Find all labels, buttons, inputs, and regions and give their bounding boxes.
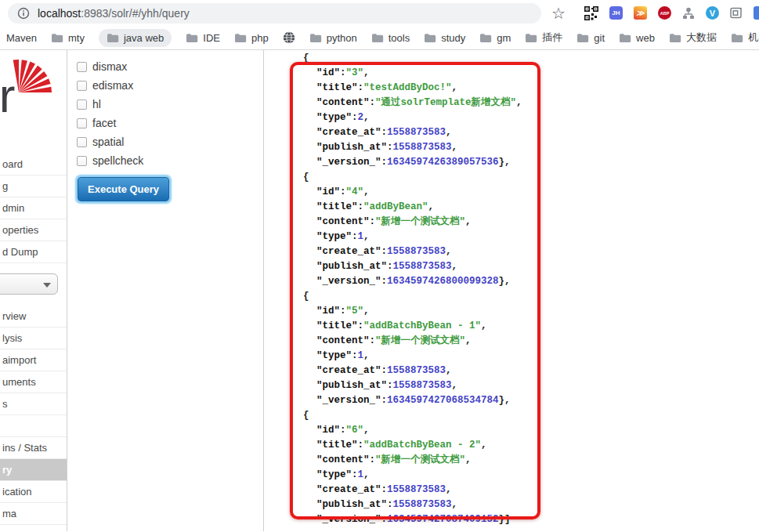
- bookmark-git[interactable]: git: [576, 32, 605, 44]
- folder-icon: [107, 33, 119, 43]
- sidebar-item-documents[interactable]: uments: [0, 371, 67, 393]
- jh-extension-icon[interactable]: JH: [609, 6, 623, 20]
- browser-toolbar: localhost:8983/solr/#/yhh/query ☆ JH≫ABP…: [0, 0, 759, 26]
- sitemap-extension-icon[interactable]: [682, 7, 695, 20]
- sidebar-item-logging[interactable]: g: [0, 176, 67, 197]
- checkbox-row-hl: hl: [77, 95, 263, 114]
- solr-sidebar: lr oardgdminopertiesd Dump rviewlysisaim…: [0, 50, 67, 531]
- sidebar-item-query[interactable]: ry: [0, 459, 67, 481]
- checkbox-row-edismax: edismax: [77, 76, 263, 95]
- checkbox-row-spellcheck: spellcheck: [77, 151, 263, 170]
- checkbox-spellcheck[interactable]: [77, 156, 87, 166]
- bookmark-mty[interactable]: mty: [51, 32, 85, 44]
- bookmark-机器学习[interactable]: 机器学习: [731, 31, 759, 45]
- checkbox-row-spatial: spatial: [77, 132, 263, 151]
- query-options-panel: dismaxedismaxhlfacetspatialspellcheck Ex…: [67, 50, 264, 531]
- v-extension-icon[interactable]: V: [706, 6, 719, 20]
- json-response: {"id":"3","title":"testAddByDoc!","conte…: [303, 51, 522, 527]
- address-bar[interactable]: localhost:8983/solr/#/yhh/query: [8, 3, 541, 24]
- folder-icon: [51, 33, 63, 43]
- extensions-row: JH≫ABPV: [578, 6, 759, 20]
- folder-icon: [186, 33, 198, 43]
- folder-icon: [479, 33, 492, 43]
- checkbox-hl[interactable]: [77, 100, 87, 110]
- bookmark-python[interactable]: python: [309, 32, 357, 44]
- orange-flame-extension-icon[interactable]: ≫: [634, 6, 647, 20]
- solr-logo[interactable]: lr: [0, 50, 67, 138]
- sidebar-item-dashboard[interactable]: oard: [0, 154, 67, 176]
- folder-icon: [731, 33, 743, 43]
- bookmark-study[interactable]: study: [424, 32, 465, 44]
- browser-window: localhost:8983/solr/#/yhh/query ☆ JH≫ABP…: [0, 0, 759, 532]
- bookmark-maven[interactable]: Maven: [6, 32, 37, 44]
- folder-icon: [424, 33, 436, 43]
- sidebar-core-menu: rviewlysisaimportumentssins / Statsryica…: [0, 306, 67, 525]
- sidebar-admin-menu: oardgdminopertiesd Dump: [0, 154, 67, 263]
- bookmark-php[interactable]: php: [234, 32, 269, 44]
- bookmark-大数据[interactable]: 大数据: [669, 31, 717, 45]
- sidebar-item-dataimport[interactable]: aimport: [0, 349, 67, 371]
- folder-icon: [669, 33, 681, 43]
- sidebar-item-thread-dump[interactable]: d Dump: [0, 241, 67, 263]
- checkbox-facet[interactable]: [77, 118, 87, 128]
- sidebar-item-schema[interactable]: ma: [0, 503, 67, 525]
- solr-wordmark: lr: [0, 67, 13, 123]
- folder-icon: [525, 33, 537, 43]
- sidebar-item-ping[interactable]: [0, 415, 67, 437]
- bookmark-tools[interactable]: tools: [371, 32, 410, 44]
- sidebar-item-java-properties[interactable]: operties: [0, 219, 67, 241]
- checkbox-row-facet: facet: [77, 114, 263, 132]
- bookmark-java-web[interactable]: java web: [99, 29, 172, 47]
- sidebar-item-replication[interactable]: ication: [0, 481, 67, 503]
- query-checkbox-list: dismaxedismaxhlfacetspatialspellcheck: [77, 57, 263, 170]
- url-text: localhost:8983/solr/#/yhh/query: [38, 7, 190, 20]
- sidebar-item-overview[interactable]: rview: [0, 306, 67, 328]
- checkbox-spatial[interactable]: [77, 137, 87, 147]
- globe-favicon: [283, 31, 295, 44]
- adblock-plus-extension-icon[interactable]: ABP: [658, 6, 671, 20]
- core-selector-dropdown[interactable]: [0, 273, 58, 295]
- execute-query-button[interactable]: Execute Query: [78, 177, 169, 201]
- folder-icon: [309, 33, 322, 43]
- sidebar-item-analysis[interactable]: lysis: [0, 328, 67, 349]
- folder-icon: [619, 33, 631, 43]
- query-results-panel: {"id":"3","title":"testAddByDoc!","conte…: [264, 50, 759, 531]
- sidebar-item-files[interactable]: s: [0, 393, 67, 415]
- folder-icon: [371, 33, 384, 43]
- qr-code-extension-icon[interactable]: [584, 6, 598, 20]
- folder-icon: [576, 33, 589, 43]
- side-panel-extension-icon[interactable]: [730, 7, 743, 19]
- checkbox-dismax[interactable]: [77, 62, 87, 72]
- folder-icon: [234, 33, 247, 43]
- sidebar-item-core-admin[interactable]: dmin: [0, 197, 67, 219]
- bookmark-插件[interactable]: 插件: [525, 31, 562, 45]
- page-info-icon[interactable]: [17, 7, 30, 20]
- chevron-down-icon: [43, 283, 51, 288]
- bookmarks-bar: Mavenmtyjava webIDEphppythontoolsstudygm…: [0, 26, 759, 50]
- checkbox-row-dismax: dismax: [77, 57, 263, 76]
- bookmark-ide[interactable]: IDE: [186, 32, 220, 44]
- bookmark-web[interactable]: web: [619, 32, 655, 44]
- sidebar-item-plugins-stats[interactable]: ins / Stats: [0, 437, 67, 459]
- solr-sun-icon: [13, 56, 52, 94]
- bookmark-star-icon[interactable]: ☆: [551, 5, 566, 21]
- solr-admin-page: lr oardgdminopertiesd Dump rviewlysisaim…: [0, 50, 759, 531]
- bookmark-globe[interactable]: [283, 31, 295, 44]
- checkbox-edismax[interactable]: [77, 81, 87, 91]
- bookmark-gm[interactable]: gm: [479, 32, 511, 44]
- clipped-extension-icon[interactable]: [754, 6, 759, 20]
